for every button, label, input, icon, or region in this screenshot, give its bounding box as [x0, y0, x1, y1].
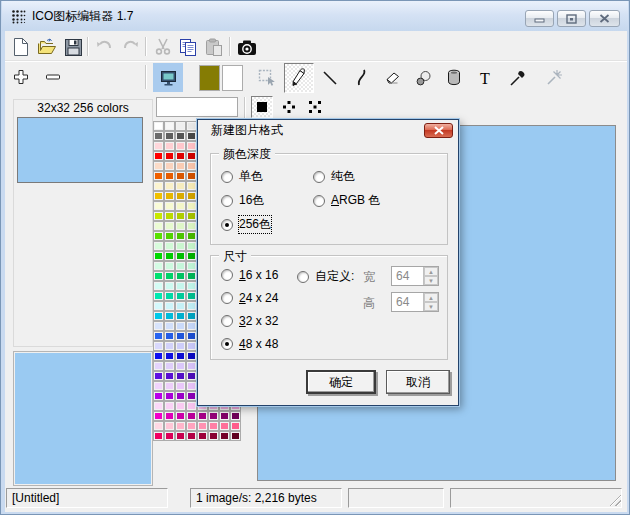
curve-tool-button[interactable]: [348, 66, 372, 90]
palette-swatch[interactable]: [197, 421, 208, 431]
radio-circle[interactable]: [221, 195, 233, 207]
palette-swatch[interactable]: [186, 431, 197, 441]
palette-swatch[interactable]: [153, 421, 164, 431]
palette-swatch[interactable]: [164, 391, 175, 401]
palette-swatch[interactable]: [208, 411, 219, 421]
undo-button[interactable]: [93, 35, 117, 59]
palette-swatch[interactable]: [153, 121, 164, 131]
palette-swatch[interactable]: [164, 371, 175, 381]
spin-up-icon[interactable]: ▲: [424, 267, 438, 276]
cancel-button[interactable]: 取消: [386, 370, 450, 394]
new-document-button[interactable]: [9, 35, 33, 59]
radio-argb-color[interactable]: ARGB 色: [313, 192, 380, 209]
palette-swatch[interactable]: [164, 361, 175, 371]
palette-swatch[interactable]: [186, 251, 197, 261]
palette-swatch[interactable]: [175, 191, 186, 201]
maximize-button[interactable]: [557, 10, 586, 27]
palette-swatch[interactable]: [186, 261, 197, 271]
palette-swatch[interactable]: [186, 381, 197, 391]
palette-swatch[interactable]: [153, 271, 164, 281]
width-spinner[interactable]: 64 ▲▼: [391, 266, 439, 286]
palette-swatch[interactable]: [175, 431, 186, 441]
palette-swatch[interactable]: [153, 231, 164, 241]
palette-swatch[interactable]: [164, 161, 175, 171]
palette-swatch[interactable]: [164, 121, 175, 131]
radio-256-colors[interactable]: 256色: [221, 216, 271, 233]
height-spinner[interactable]: 64 ▲▼: [391, 292, 439, 312]
palette-swatch[interactable]: [164, 281, 175, 291]
palette-swatch[interactable]: [153, 241, 164, 251]
palette-swatch[interactable]: [153, 281, 164, 291]
spin-down-icon[interactable]: ▼: [424, 302, 438, 311]
palette-swatch[interactable]: [175, 121, 186, 131]
palette-swatch[interactable]: [175, 131, 186, 141]
palette-swatch[interactable]: [186, 281, 197, 291]
select-tool-button[interactable]: [255, 66, 279, 90]
palette-swatch[interactable]: [186, 321, 197, 331]
dialog-close-button[interactable]: [424, 123, 453, 138]
save-file-button[interactable]: [61, 35, 85, 59]
palette-swatch[interactable]: [153, 431, 164, 441]
palette-swatch[interactable]: [186, 211, 197, 221]
palette-swatch[interactable]: [175, 271, 186, 281]
palette-swatch[interactable]: [186, 201, 197, 211]
palette-swatch[interactable]: [175, 211, 186, 221]
palette-swatch[interactable]: [186, 401, 197, 411]
radio-circle[interactable]: [221, 338, 233, 350]
primary-color-swatch[interactable]: [199, 65, 220, 91]
palette-swatch[interactable]: [175, 401, 186, 411]
palette-swatch[interactable]: [164, 351, 175, 361]
open-file-button[interactable]: [35, 35, 59, 59]
palette-swatch[interactable]: [186, 331, 197, 341]
radio-custom-size[interactable]: 自定义:: [297, 268, 354, 285]
palette-swatch[interactable]: [230, 431, 241, 441]
palette-swatch[interactable]: [186, 351, 197, 361]
radio-circle[interactable]: [221, 315, 233, 327]
palette-swatch[interactable]: [153, 251, 164, 261]
palette-swatch[interactable]: [175, 361, 186, 371]
palette-swatch[interactable]: [208, 421, 219, 431]
radio-circle[interactable]: [221, 171, 233, 183]
palette-swatch[interactable]: [153, 331, 164, 341]
palette-swatch[interactable]: [164, 401, 175, 411]
ok-button[interactable]: 确定: [306, 370, 376, 394]
palette-swatch[interactable]: [186, 141, 197, 151]
palette-swatch[interactable]: [186, 221, 197, 231]
palette-swatch[interactable]: [219, 411, 230, 421]
palette-swatch[interactable]: [153, 341, 164, 351]
palette-swatch[interactable]: [175, 241, 186, 251]
spin-up-icon[interactable]: ▲: [424, 293, 438, 302]
palette-swatch[interactable]: [164, 171, 175, 181]
radio-circle[interactable]: [221, 219, 233, 231]
palette-swatch[interactable]: [197, 431, 208, 441]
magic-wand-tool-button[interactable]: [542, 66, 566, 90]
palette-swatch[interactable]: [153, 371, 164, 381]
radio-circle[interactable]: [297, 271, 309, 283]
secondary-color-swatch[interactable]: [222, 65, 243, 91]
radio-circle[interactable]: [313, 171, 325, 183]
palette-swatch[interactable]: [164, 261, 175, 271]
palette-swatch[interactable]: [175, 311, 186, 321]
palette-swatch[interactable]: [197, 411, 208, 421]
palette-swatch[interactable]: [186, 181, 197, 191]
palette-swatch[interactable]: [153, 321, 164, 331]
palette-swatch[interactable]: [153, 171, 164, 181]
pencil-tool-button[interactable]: [284, 63, 314, 93]
title-bar[interactable]: ICO图标编辑器 1.7: [2, 1, 628, 31]
palette-swatch[interactable]: [175, 281, 186, 291]
palette-swatch[interactable]: [186, 231, 197, 241]
palette-swatch[interactable]: [164, 381, 175, 391]
palette-swatch[interactable]: [153, 141, 164, 151]
radio-32x32[interactable]: 32 x 32: [221, 314, 278, 328]
pen-shape-cross-button[interactable]: [304, 96, 326, 118]
palette-swatch[interactable]: [186, 151, 197, 161]
palette-swatch[interactable]: [164, 241, 175, 251]
palette-swatch[interactable]: [164, 271, 175, 281]
radio-circle[interactable]: [221, 292, 233, 304]
palette-swatch[interactable]: [175, 181, 186, 191]
copy-button[interactable]: [176, 35, 200, 59]
palette-swatch[interactable]: [164, 211, 175, 221]
palette-swatch[interactable]: [186, 271, 197, 281]
palette-swatch[interactable]: [164, 331, 175, 341]
transparent-color-button[interactable]: [153, 63, 183, 92]
